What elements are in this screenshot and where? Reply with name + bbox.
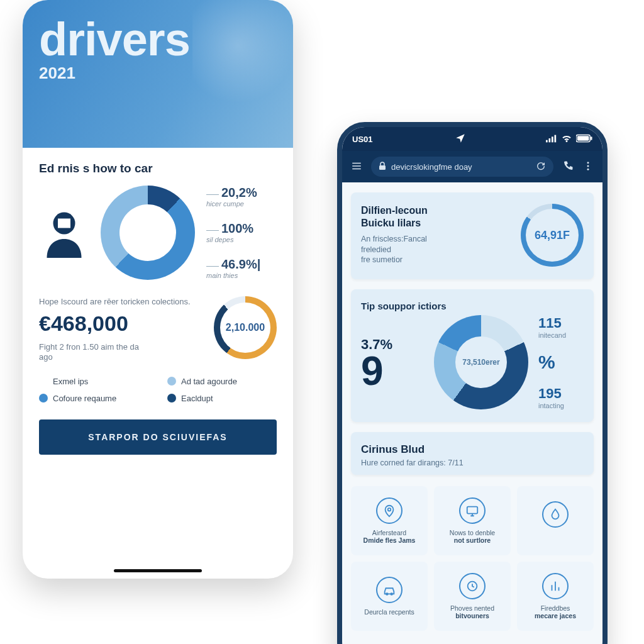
ring-value: 2,10.000 (226, 322, 265, 333)
left-body: Ed rnis s how to car 20,2%hicer cumpe 10… (23, 148, 293, 455)
svg-rect-4 (552, 136, 553, 142)
legend-dot-2 (39, 394, 48, 402)
card2-r2-value: 195 (538, 386, 566, 402)
action-1[interactable]: Nows to denblenot surtlore (434, 486, 511, 555)
donut-pct-0: 20,2% (221, 186, 257, 199)
action-0-line2: Dmide fles Jams (364, 536, 416, 544)
card2-title: Tip souppor ictiors (361, 301, 584, 311)
svg-rect-3 (549, 138, 551, 142)
mid-amount: €468,000 (39, 311, 195, 336)
legend-label-2: Cofoure reqaume (53, 394, 116, 403)
legend-dot-1 (167, 377, 176, 386)
card1-title2: Buicku lilars (361, 218, 512, 229)
action-4[interactable]: Phoves nentedbitvouners (434, 562, 511, 631)
svg-rect-1 (58, 219, 70, 228)
svg-point-10 (587, 162, 589, 164)
url-text: devicrslokingfme doay (391, 162, 472, 172)
overflow-icon[interactable] (582, 160, 594, 174)
card2-r0-label: initecand (538, 331, 566, 339)
actions-grid: AirfersteardDmide fles Jams Nows to denb… (351, 486, 594, 631)
info-card[interactable]: Cirinus Blud Hure corned far dirangs: 7/… (351, 432, 594, 475)
status-time: US01 (352, 135, 373, 144)
donut-pct-1: 100% (221, 221, 253, 235)
battery-icon (576, 134, 592, 145)
action-4-line1: Phoves nented (450, 604, 494, 612)
card1-ring: 64,91F (521, 204, 584, 267)
reload-icon[interactable] (536, 161, 546, 173)
mid-subtext: Fight 2 fron 1.50 aim the da ago (39, 342, 152, 364)
action-0-line1: Airfersteard (372, 529, 406, 536)
action-3[interactable]: Deurcla recpents (351, 562, 428, 631)
signal-icon (546, 133, 557, 146)
action-1-line2: not surtlore (454, 536, 491, 544)
donut-chart (101, 186, 195, 280)
lock-icon (379, 162, 386, 172)
section-title: Ed rnis s how to car (39, 162, 277, 175)
drop-icon (542, 501, 569, 528)
stats-card[interactable]: Tip souppor ictiors 3.7% 9 73,510erer 11… (351, 289, 594, 422)
screen-icon (459, 497, 486, 524)
address-bar[interactable]: devicrslokingfme doay (371, 157, 553, 177)
action-1-line1: Nows to denble (450, 529, 495, 536)
card2-donut: 73,510erer (434, 315, 528, 409)
card2-r2-label: intacting (538, 402, 566, 409)
legend-label-3: Eacldupt (181, 394, 213, 403)
status-bar: US01 (342, 127, 602, 151)
location-arrow-icon (455, 133, 466, 146)
browser-chrome: devicrslokingfme doay (342, 151, 602, 182)
action-5[interactable]: Fireddbesmecare jaces (517, 562, 594, 631)
donut-label-0: hicer cumpe (206, 200, 244, 208)
mid-caption: Hope Iscourd are rēer toricken colection… (39, 296, 195, 308)
donut-pct-2: 46.9%| (221, 257, 260, 271)
phone-right-mockup: US01 devicrslokingfme doay Dilfien-lecou… (337, 122, 608, 644)
top-row: 20,2%hicer cumpe 100%sil depes 46.9%|mai… (39, 186, 277, 280)
card3-title: Cirinus Blud (361, 443, 584, 456)
action-5-line2: mecare jaces (535, 612, 576, 619)
svg-rect-7 (577, 136, 589, 140)
action-0[interactable]: AirfersteardDmide fles Jams (351, 486, 428, 555)
legend: Exmel ips Ad tad agourde Cofoure reqaume… (39, 377, 277, 403)
clock-icon (459, 573, 486, 599)
hero: drivers 2021 (23, 0, 293, 148)
donut-stats: 20,2%hicer cumpe 100%sil depes 46.9%|mai… (206, 186, 260, 280)
action-4-line2: bitvouners (455, 612, 489, 619)
svg-rect-5 (555, 135, 557, 142)
car-icon (376, 577, 402, 603)
svg-rect-9 (379, 165, 386, 170)
svg-rect-14 (467, 507, 478, 514)
card1-ring-value: 64,91F (535, 229, 570, 242)
cta-button[interactable]: STARPOR DO SCIUVIEFAS (39, 419, 277, 455)
svg-rect-8 (591, 136, 592, 140)
person-icon (39, 208, 89, 258)
hero-decoration (192, 0, 293, 113)
card1-title1: Dilfien-lecoun (361, 205, 512, 216)
mid-row: Hope Iscourd are rēer toricken colection… (39, 296, 277, 363)
summary-card[interactable]: Dilfien-lecoun Buicku lilars An friscles… (351, 192, 594, 279)
action-2[interactable] (517, 486, 594, 555)
menu-icon[interactable] (351, 160, 362, 174)
svg-point-13 (388, 508, 391, 511)
card3-sub: Hure corned far dirangs: 7/11 (361, 458, 584, 467)
legend-label-1: Ad tad agourde (181, 377, 237, 386)
svg-point-11 (587, 165, 589, 167)
bars-icon (542, 573, 569, 599)
phone-left-mockup: drivers 2021 Ed rnis s how to car 20,2%h… (23, 0, 293, 579)
svg-point-12 (587, 168, 589, 170)
donut-label-2: main thies (206, 272, 238, 279)
action-5-line1: Fireddbes (541, 604, 570, 612)
card2-donut-center: 73,510erer (455, 336, 507, 388)
card2-r0-value: 115 (538, 315, 566, 331)
svg-rect-2 (546, 140, 548, 142)
legend-dot-0 (39, 377, 48, 386)
progress-ring: 2,10.000 (214, 296, 277, 359)
home-indicator (114, 569, 202, 572)
pin-icon (376, 497, 402, 524)
card2-big: 9 (361, 355, 424, 387)
legend-label-0: Exmel ips (53, 377, 88, 386)
action-3-line1: Deurcla recpents (364, 608, 414, 616)
card1-desc: An friscless:Fancal freledied fre sumeti… (361, 234, 512, 266)
donut-label-1: sil depes (206, 236, 233, 243)
legend-dot-3 (167, 394, 176, 402)
wifi-icon (561, 133, 572, 146)
phone-icon[interactable] (562, 160, 574, 174)
